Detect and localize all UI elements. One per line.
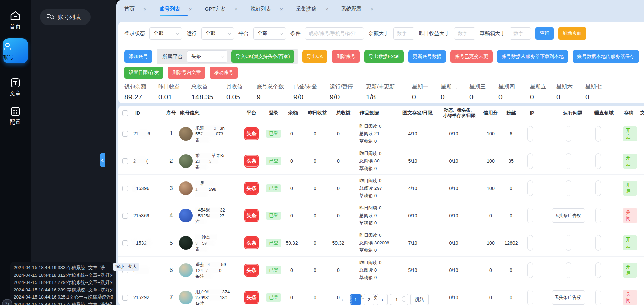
sidebar-item-article[interactable]: 文章	[0, 78, 31, 97]
row-checkbox[interactable]	[122, 295, 128, 301]
run-select[interactable]: 全部	[201, 27, 234, 40]
cell-run-issue	[566, 120, 571, 147]
text-fragment: 备	[195, 246, 200, 252]
cell-total-income: 0	[337, 257, 340, 284]
yesterday-gt-input[interactable]	[454, 27, 475, 40]
row-checkbox[interactable]	[122, 131, 128, 137]
pagination-prev-button[interactable]: ‹	[337, 294, 348, 305]
vertical-field-input[interactable]	[595, 262, 601, 278]
pagination-page-1[interactable]: 1	[350, 294, 361, 305]
ip-input[interactable]	[527, 153, 533, 169]
platform-group-value: 头条	[191, 54, 201, 60]
platform-select[interactable]: 全部	[253, 27, 286, 40]
close-icon[interactable]: ×	[371, 6, 374, 12]
changed-not-updated-button[interactable]: 账号已更变未更	[450, 50, 493, 63]
cell-store-status: 开启	[623, 257, 637, 284]
chevron-down-icon[interactable]	[402, 299, 405, 302]
run-issue-input[interactable]	[566, 235, 571, 251]
export-excel-button[interactable]: 导出数据Excel	[364, 50, 404, 63]
log-zoom-out-button[interactable]: 缩小	[115, 264, 124, 270]
row-checkbox[interactable]	[122, 240, 128, 246]
chevron-up-icon[interactable]	[402, 296, 405, 299]
pagination-page-input[interactable]: 1	[390, 294, 408, 305]
tab-采集洗稿[interactable]: 采集洗稿×	[296, 6, 328, 12]
sidebar-item-account[interactable]: 账号	[3, 38, 28, 63]
menu-item-account-list[interactable]: 账号列表	[40, 9, 91, 25]
works-lines: 昨日阅读0总阅读297草稿箱0	[359, 177, 382, 200]
close-icon[interactable]: ×	[280, 6, 283, 12]
panel-collapse-handle[interactable]	[100, 153, 105, 167]
censor-block	[210, 235, 217, 239]
works-line: 昨日阅读0	[359, 150, 381, 157]
run-issue-input[interactable]	[566, 262, 571, 278]
ip-input[interactable]	[527, 180, 533, 196]
cell-account-info: 45466325925427注	[195, 202, 244, 229]
cell-image-daily-limit: 4/10	[408, 120, 417, 147]
run-issue-box[interactable]: 无头条广告权	[552, 208, 585, 223]
set-daily-limit-button[interactable]: 设置日限/存发	[124, 67, 163, 79]
update-account-data-button[interactable]: 更新账号数据	[408, 50, 446, 63]
vertical-field-input[interactable]	[595, 208, 601, 223]
text-fragment: 073	[216, 131, 223, 137]
vertical-field-input[interactable]	[595, 290, 601, 305]
cell-vertical-field	[595, 257, 601, 284]
upload-to-server-button[interactable]: 账号数据本地传服务器保存	[573, 50, 639, 63]
platform-group-select[interactable]: 头条	[187, 50, 227, 63]
ip-input[interactable]	[527, 262, 533, 278]
close-icon[interactable]: ×	[325, 6, 328, 12]
row-checkbox[interactable]	[122, 158, 128, 164]
sidebar-item-label: 配置	[0, 119, 31, 126]
ip-input[interactable]	[527, 208, 533, 223]
download-to-local-button[interactable]: 账号数据从服务器下载到本地	[497, 50, 568, 63]
tab-账号列表[interactable]: 账号列表×	[160, 6, 192, 12]
query-button[interactable]: 查询	[535, 27, 554, 40]
tab-系统配置[interactable]: 系统配置×	[341, 6, 374, 12]
pagination-jump-button[interactable]: 跳转	[410, 294, 429, 305]
row-checkbox[interactable]	[122, 186, 128, 191]
account-info-line: 番茄459	[195, 262, 226, 267]
tab-首页[interactable]: 首页×	[124, 6, 147, 12]
works-label: 总阅读	[359, 185, 373, 192]
censor-block	[210, 208, 220, 212]
sidebar-item-config[interactable]: 配置	[0, 106, 31, 126]
row-checkbox[interactable]	[122, 213, 128, 219]
sidebar-item-home[interactable]: 首页	[0, 10, 31, 30]
move-account-button[interactable]: 移动账号	[210, 67, 238, 79]
run-issue-input[interactable]	[566, 180, 571, 196]
vertical-field-input[interactable]	[595, 180, 601, 196]
tab-GPT方案[interactable]: GPT方案×	[205, 6, 238, 12]
export-ck-button[interactable]: 导出CK	[302, 50, 327, 63]
run-issue-input[interactable]	[566, 153, 571, 169]
select-all-checkbox[interactable]	[122, 110, 128, 116]
tab-洗好列表[interactable]: 洗好列表×	[250, 6, 283, 12]
pagination-next-button[interactable]: ›	[377, 294, 388, 305]
close-icon[interactable]: ×	[189, 6, 192, 12]
import-ck-button[interactable]: 导入CK(暂支持头条/百家)	[231, 50, 294, 63]
draft-gt-input[interactable]	[510, 27, 531, 40]
ip-input[interactable]	[527, 235, 533, 251]
pagination-page-2[interactable]: 2	[364, 294, 374, 305]
login-status-select[interactable]: 全部	[149, 27, 182, 40]
delete-articles-button[interactable]: 删除号内文章	[168, 67, 205, 79]
balance-gt-input[interactable]	[393, 27, 414, 40]
log-zoom-in-button[interactable]: 变大	[128, 264, 137, 270]
close-icon[interactable]: ×	[234, 6, 237, 12]
platform-badge: 头条	[244, 127, 259, 140]
condition-input[interactable]	[305, 27, 364, 40]
close-icon[interactable]: ×	[143, 6, 147, 12]
vertical-field-input[interactable]	[595, 126, 601, 142]
vertical-field-input[interactable]	[595, 153, 601, 169]
censor-block	[209, 290, 222, 294]
avatar	[179, 181, 193, 195]
stat-value: 9/0	[293, 93, 330, 101]
platform-badge: 头条	[244, 236, 259, 249]
cell-fans: 0	[510, 284, 512, 305]
delete-account-button[interactable]: 删除账号	[332, 50, 360, 63]
ip-input[interactable]	[527, 290, 533, 305]
ip-input[interactable]	[527, 126, 533, 142]
run-issue-input[interactable]	[566, 126, 571, 142]
run-issue-box[interactable]: 无头条广告权	[552, 290, 585, 305]
vertical-field-input[interactable]	[595, 235, 601, 251]
add-account-button[interactable]: 添加账号	[124, 50, 152, 63]
refresh-page-button[interactable]: 刷新页面	[558, 27, 586, 40]
